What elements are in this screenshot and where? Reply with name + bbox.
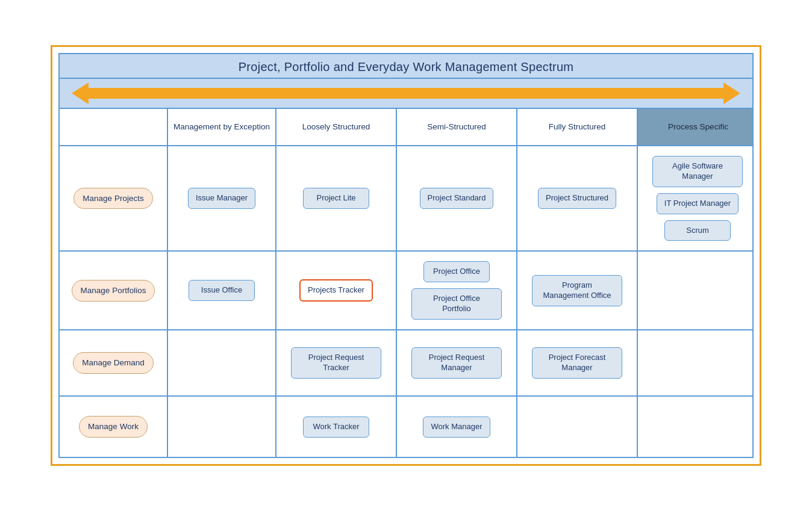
row-label-manage-portfolios: Manage Portfolios [60,252,168,330]
product-project-lite[interactable]: Project Lite [303,188,369,209]
col-header-mgmt-exception: Management by Exception [168,109,276,145]
cell-projects-mgmt-exception: Issue Manager [168,146,276,252]
cell-demand-fully: Project Forecast Manager [517,330,638,397]
cell-demand-loosely: Project Request Tracker [276,330,397,397]
cell-portfolios-loosely: Projects Tracker [276,252,397,330]
column-headers-row: Management by Exception Loosely Structur… [60,109,752,146]
cell-demand-process [638,330,754,397]
arrow-left-icon [72,82,89,104]
header-section: Project, Portfolio and Everyday Work Man… [60,54,752,79]
cell-portfolios-fully: Program Management Office [517,252,638,330]
row-label-manage-projects: Manage Projects [60,146,168,252]
product-project-office[interactable]: Project Office [423,261,490,282]
row-tag-manage-portfolios: Manage Portfolios [72,280,155,302]
product-project-request-tracker[interactable]: Project Request Tracker [291,347,381,379]
grid-body: Manage Projects Issue Manager Project Li… [60,146,752,457]
row-tag-manage-work: Manage Work [79,416,148,438]
product-project-forecast-manager[interactable]: Project Forecast Manager [532,347,622,379]
row-tag-manage-projects: Manage Projects [73,188,152,209]
product-issue-office[interactable]: Issue Office [189,280,255,301]
col-header-loosely-structured: Loosely Structured [276,109,397,145]
product-agile-software-manager[interactable]: Agile Software Manager [652,156,743,187]
product-work-manager[interactable]: Work Manager [423,417,490,438]
arrow-row [60,79,752,109]
product-project-standard[interactable]: Project Standard [420,188,494,209]
cell-demand-semi: Project Request Manager [397,330,517,397]
col-header-fully-structured: Fully Structured [517,109,638,145]
product-scrum[interactable]: Scrum [664,220,731,241]
cell-demand-mgmt-exception [168,330,276,397]
arrow-body [89,88,723,99]
product-project-structured[interactable]: Project Structured [538,188,616,209]
cell-work-mgmt-exception [168,397,276,457]
cell-portfolios-mgmt-exception: Issue Office [168,252,276,330]
product-it-project-manager[interactable]: IT Project Manager [657,193,739,214]
cell-work-loosely: Work Tracker [276,397,397,457]
cell-work-process [638,397,754,457]
cell-work-semi: Work Manager [397,397,517,457]
cell-projects-fully: Project Structured [517,146,638,252]
row-label-manage-work: Manage Work [60,397,168,457]
col-header-semi-structured: Semi-Structured [397,109,517,145]
row-label-manage-demand: Manage Demand [60,330,168,397]
product-issue-manager[interactable]: Issue Manager [188,188,255,209]
cell-portfolios-process [638,252,754,330]
row-tag-manage-demand: Manage Demand [73,352,154,374]
col-header-empty [60,109,168,145]
cell-portfolios-semi: Project Office Project Office Portfolio [397,252,517,330]
outer-border: Project, Portfolio and Everyday Work Man… [51,45,761,466]
cell-projects-loosely: Project Lite [276,146,397,252]
arrow-right-icon [723,82,740,104]
header-title: Project, Portfolio and Everyday Work Man… [60,60,752,74]
product-work-tracker[interactable]: Work Tracker [303,417,369,438]
product-project-office-portfolio[interactable]: Project Office Portfolio [411,288,502,320]
product-program-management-office[interactable]: Program Management Office [532,275,622,306]
cell-projects-process: Agile Software Manager IT Project Manage… [638,146,754,252]
product-projects-tracker[interactable]: Projects Tracker [299,279,373,302]
col-header-process-specific: Process Specific [638,109,754,145]
diagram-container: Project, Portfolio and Everyday Work Man… [58,53,754,458]
product-project-request-manager[interactable]: Project Request Manager [411,347,502,379]
cell-work-fully [517,397,638,457]
cell-projects-semi: Project Standard [397,146,517,252]
